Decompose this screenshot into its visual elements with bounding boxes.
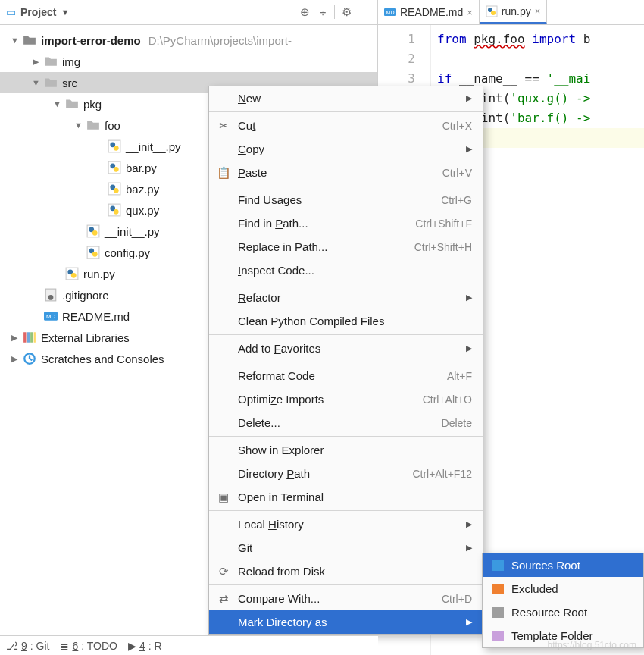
editor-tab[interactable]: MDREADME.md× — [378, 0, 480, 24]
collapse-icon[interactable]: ÷ — [316, 6, 330, 19]
py-icon — [108, 182, 121, 196]
svg-text:MD: MD — [46, 313, 56, 320]
arrow-down-icon[interactable]: ▼ — [53, 99, 61, 108]
folder-color-icon — [492, 560, 504, 571]
status-item[interactable]: ⎇ 9: Git — [6, 640, 49, 652]
svg-point-8 — [114, 188, 119, 193]
menu-item[interactable]: ⟳Reload from Disk — [209, 559, 483, 583]
close-icon[interactable]: × — [535, 5, 541, 17]
chevron-right-icon: ▶ — [466, 543, 472, 553]
tab-label: README.md — [400, 6, 463, 18]
menu-item[interactable]: Mark Directory as▶ — [209, 610, 483, 634]
tree-item[interactable]: ▼import-error-demo D:\PyCharm\projects\i… — [0, 30, 377, 51]
tree-label: .gitignore — [62, 289, 109, 302]
menu-shortcut: Ctrl+D — [442, 593, 472, 605]
chevron-right-icon: ▶ — [466, 144, 472, 154]
menu-label: Copy — [238, 143, 458, 155]
menu-item[interactable]: 📋PasteCtrl+V — [209, 161, 483, 184]
menu-label: Find Usages — [238, 193, 433, 206]
status-bar: ⎇ 9: Git≣ 6: TODO▶ 4: R — [0, 635, 378, 655]
menu-shortcut: Delete — [442, 417, 472, 429]
project-toolbar: ▭ Project ▼ ⊕ ÷ ⚙ — — [0, 0, 377, 25]
close-icon[interactable]: × — [467, 7, 473, 18]
menu-label: Add to Favorites — [238, 342, 458, 355]
menu-item[interactable]: Reformat CodeAlt+F — [209, 364, 483, 387]
menu-shortcut: Ctrl+Shift+F — [415, 218, 472, 230]
svg-rect-28 — [34, 332, 36, 343]
menu-label: Refactor — [238, 291, 458, 304]
status-item[interactable]: ▶ 4: R — [128, 640, 162, 652]
arrow-down-icon[interactable]: ▼ — [74, 121, 82, 130]
tab-label: run.py — [502, 5, 531, 17]
submenu-item[interactable]: Excluded — [483, 577, 643, 600]
tree-label: __init__.py — [105, 225, 160, 238]
tree-label: foo — [105, 119, 120, 132]
arrow-right-icon[interactable]: ▶ — [32, 57, 39, 67]
terminal-icon: ▣ — [217, 490, 230, 504]
menu-item[interactable]: Show in Explorer — [209, 438, 483, 462]
chevron-right-icon: ▶ — [466, 617, 472, 627]
lib-icon — [23, 331, 36, 344]
menu-item[interactable]: ⇄Compare With...Ctrl+D — [209, 587, 483, 610]
menu-item[interactable]: Optimize ImportsCtrl+Alt+O — [209, 387, 483, 411]
target-icon[interactable]: ⊕ — [298, 5, 311, 19]
context-menu[interactable]: New▶✂CutCtrl+XCopy▶📋PasteCtrl+VFind Usag… — [208, 86, 483, 635]
cut-icon: ✂ — [217, 119, 230, 133]
arrow-down-icon[interactable]: ▼ — [11, 36, 18, 45]
tree-label: src — [62, 77, 77, 89]
tree-label: bar.py — [126, 161, 157, 174]
branch-icon: ⎇ — [6, 640, 18, 652]
menu-item[interactable]: Find in Path...Ctrl+Shift+F — [209, 212, 483, 235]
project-title[interactable]: Project ▼ — [20, 6, 69, 18]
menu-item[interactable]: Copy▶ — [209, 137, 483, 161]
menu-label: Find in Path... — [238, 217, 408, 230]
py-icon — [486, 5, 498, 17]
arrow-down-icon[interactable]: ▼ — [32, 78, 39, 87]
tree-label: run.py — [83, 268, 115, 280]
gitignore-icon — [44, 288, 58, 302]
tree-label: import-error-demo — [41, 34, 141, 47]
menu-item[interactable]: Add to Favorites▶ — [209, 337, 483, 360]
menu-item[interactable]: Inspect Code... — [209, 259, 483, 282]
menu-item[interactable]: Git▶ — [209, 536, 483, 559]
menu-shortcut: Ctrl+G — [441, 194, 472, 206]
tree-label: Scratches and Consoles — [41, 353, 164, 365]
submenu-item[interactable]: Resource Root — [483, 600, 643, 624]
menu-item[interactable]: Delete...Delete — [209, 411, 483, 434]
submenu-label: Resource Root — [511, 606, 587, 619]
menu-item[interactable]: Clean Python Compiled Files — [209, 309, 483, 333]
mark-directory-submenu[interactable]: Sources RootExcludedResource RootTemplat… — [482, 553, 644, 648]
menu-shortcut: Ctrl+V — [442, 167, 472, 179]
tree-label: README.md — [62, 310, 130, 323]
minimize-icon[interactable]: — — [358, 6, 371, 19]
editor-tab[interactable]: run.py× — [480, 0, 548, 24]
menu-label: Compare With... — [238, 592, 434, 605]
project-icon: ▭ — [6, 6, 16, 18]
menu-item[interactable]: Directory PathCtrl+Alt+F12 — [209, 462, 483, 485]
menu-item[interactable]: Local History▶ — [209, 512, 483, 536]
watermark: https://blog.51cto.com — [548, 640, 636, 650]
tree-label: External Libraries — [41, 331, 130, 344]
menu-label: Inspect Code... — [238, 264, 472, 277]
folder-color-icon — [492, 607, 504, 618]
menu-item[interactable]: Replace in Path...Ctrl+Shift+H — [209, 235, 483, 259]
svg-point-17 — [92, 252, 98, 257]
editor-tabs: MDREADME.md×run.py× — [378, 0, 644, 25]
md-icon: MD — [384, 6, 396, 18]
arrow-right-icon[interactable]: ▶ — [11, 333, 18, 343]
arrow-right-icon[interactable]: ▶ — [11, 354, 18, 364]
menu-label: Local History — [238, 518, 458, 531]
menu-item[interactable]: Refactor▶ — [209, 286, 483, 309]
menu-item[interactable]: New▶ — [209, 86, 483, 110]
tree-item[interactable]: ▶img — [0, 51, 377, 72]
status-item[interactable]: ≣ 6: TODO — [60, 640, 117, 652]
chevron-right-icon: ▶ — [466, 343, 472, 353]
svg-point-5 — [114, 167, 119, 172]
svg-rect-26 — [27, 332, 30, 343]
menu-item[interactable]: ▣Open in Terminal — [209, 485, 483, 509]
submenu-item[interactable]: Sources Root — [483, 553, 643, 577]
gear-icon[interactable]: ⚙ — [339, 5, 353, 19]
menu-item[interactable]: Find UsagesCtrl+G — [209, 188, 483, 212]
menu-shortcut: Ctrl+X — [442, 120, 472, 132]
menu-item[interactable]: ✂CutCtrl+X — [209, 114, 483, 137]
